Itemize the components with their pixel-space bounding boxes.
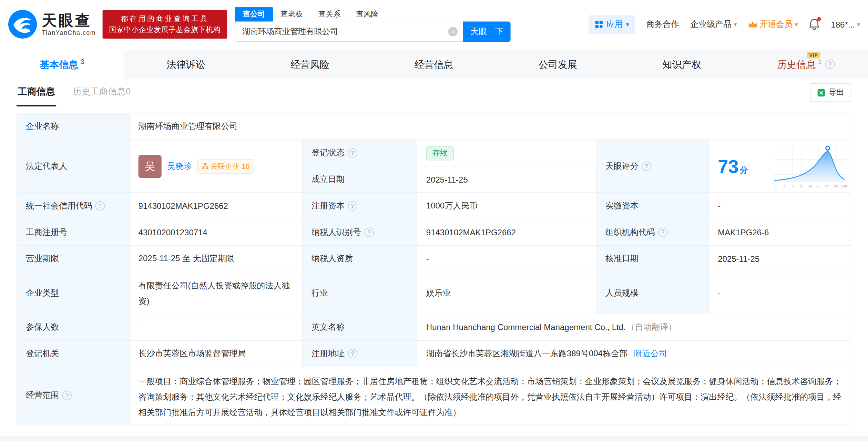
- subtab-business-info[interactable]: 工商信息: [17, 79, 56, 106]
- chevron-down-icon: ▾: [734, 21, 737, 28]
- chevron-down-icon: ▾: [857, 21, 860, 28]
- score-curve-chart: 0 1 3 15 50 85 97 99 100: [773, 144, 848, 188]
- business-info-table: 企业名称 湖南环场商业管理有限公司 法定代表人 吴 吴晓珍 关联企业 16 登记…: [17, 113, 851, 424]
- tab-development[interactable]: 公司发展: [496, 50, 620, 79]
- apps-grid-icon: [595, 20, 603, 28]
- taxpayer-id-label: 纳税人识别号 ?: [303, 219, 417, 246]
- search-area: 查公司 查老板 查关系 查风险 × 天眼一下: [235, 7, 511, 42]
- reg-address-value: 湖南省长沙市芙蓉区湘湖街道八一东路389号004栋全部 附近公司: [417, 341, 851, 367]
- tab-basic-info[interactable]: 基本信息 3: [0, 50, 124, 79]
- logo[interactable]: 天眼查 TianYanCha.com: [8, 9, 96, 39]
- tab-operation-risk[interactable]: 经营风险: [248, 50, 372, 79]
- help-icon[interactable]: ?: [348, 349, 357, 358]
- svg-text:85: 85: [816, 184, 820, 188]
- brand-domain: TianYanCha.com: [42, 29, 96, 36]
- search-tab-boss[interactable]: 查老板: [273, 7, 311, 21]
- company-name-value: 湖南环场商业管理有限公司: [130, 114, 851, 140]
- search-tab-relation[interactable]: 查关系: [310, 7, 348, 21]
- business-term-label: 营业期限: [17, 246, 130, 273]
- page: 天眼查 TianYanCha.com 都在用的商业查询工具 国家中小企业发展子基…: [0, 0, 868, 441]
- legal-rep-name-link[interactable]: 吴晓珍: [167, 161, 192, 171]
- promo-line2: 国家中小企业发展子基金旗下机构: [109, 24, 221, 35]
- taxpayer-qualification-value: -: [417, 246, 596, 273]
- help-icon[interactable]: ?: [62, 391, 72, 400]
- help-icon[interactable]: ?: [348, 201, 357, 211]
- user-account[interactable]: 186*... ▾: [831, 20, 860, 29]
- apps-label: 应用: [606, 19, 623, 29]
- paid-capital-label: 实缴资本: [596, 193, 709, 219]
- help-icon[interactable]: ?: [95, 201, 105, 211]
- approval-date-label: 核准日期: [596, 246, 709, 273]
- tab-operation-info-label: 经营信息: [415, 58, 453, 71]
- business-term-value: 2025-11-25 至 无固定期限: [130, 246, 303, 273]
- svg-text:15: 15: [799, 184, 803, 188]
- reg-status-label: 登记状态 ?: [303, 140, 417, 166]
- credit-code-value: 91430102MAK1PG2662: [130, 193, 303, 219]
- score-label: 天眼评分 ?: [596, 140, 709, 193]
- tab-intellectual-property[interactable]: 知识产权: [620, 50, 744, 79]
- english-name-value: Hunan Huanchang Commercial Management Co…: [417, 314, 851, 341]
- staff-size-value: -: [709, 272, 851, 314]
- paid-capital-value: -: [709, 193, 851, 219]
- legal-rep-avatar[interactable]: 吴: [139, 155, 162, 178]
- search-input[interactable]: [235, 21, 463, 42]
- english-name-label: 英文名称: [303, 314, 417, 341]
- org-chart-icon: [202, 163, 208, 170]
- legal-rep-label: 法定代表人: [17, 140, 130, 193]
- search-tab-company[interactable]: 查公司: [235, 7, 273, 21]
- status-badge: 存续: [426, 146, 454, 160]
- subtab-row: 工商信息 历史工商信息0 导出: [0, 79, 868, 106]
- tab-history[interactable]: VIP 历史信息 1 ?: [744, 50, 868, 79]
- search-tabs: 查公司 查老板 查关系 查风险: [235, 7, 511, 21]
- nav-cooperation[interactable]: 商务合作: [646, 19, 679, 29]
- insured-count-value: -: [130, 314, 303, 341]
- tab-intellectual-property-label: 知识产权: [663, 58, 701, 71]
- search-button[interactable]: 天眼一下: [463, 21, 511, 42]
- industry-label: 行业: [303, 272, 417, 314]
- staff-size-label: 人员规模: [596, 272, 709, 314]
- taxpayer-id-value: 91430102MAK1PG2662: [417, 219, 596, 246]
- notifications-bell[interactable]: [809, 18, 820, 30]
- nav-vip[interactable]: 开通会员 ▾: [748, 19, 798, 29]
- help-icon[interactable]: ?: [658, 228, 667, 237]
- brand-text: 天眼查 TianYanCha.com: [42, 13, 96, 36]
- approval-date-value: 2025-11-25: [709, 246, 851, 273]
- reg-authority-value: 长沙市芙蓉区市场监督管理局: [130, 341, 303, 367]
- reg-number-value: 430102001230714: [130, 219, 303, 246]
- company-name-label: 企业名称: [17, 114, 130, 140]
- tab-operation-info[interactable]: 经营信息: [372, 50, 496, 79]
- subtab-history-business-info[interactable]: 历史工商信息0: [72, 79, 132, 106]
- excel-icon: [817, 89, 825, 97]
- related-companies-badge[interactable]: 关联企业 16: [197, 159, 255, 174]
- search-box: × 天眼一下: [235, 21, 511, 42]
- header-nav: 应用 ▾ 商务合作 企业级产品 ▾ 开通会员 ▾: [589, 14, 860, 34]
- help-icon[interactable]: ?: [825, 60, 835, 69]
- reg-status-value: 存续: [417, 140, 596, 166]
- svg-text:3: 3: [792, 184, 794, 188]
- legal-rep-value: 吴 吴晓珍 关联企业 16: [130, 140, 303, 193]
- business-scope-value: 一般项目：商业综合体管理服务；物业管理；园区管理服务；非居住房地产租赁；组织文化…: [130, 367, 851, 424]
- search-tab-risk[interactable]: 查风险: [348, 7, 386, 21]
- establish-date-value: 2025-11-25: [417, 166, 596, 193]
- brand-name: 天眼查: [42, 13, 96, 29]
- nav-enterprise[interactable]: 企业级产品 ▾: [690, 19, 737, 29]
- nearby-companies-link[interactable]: 附近公司: [634, 348, 667, 359]
- related-companies-label: 关联企业: [211, 161, 239, 171]
- header: 天眼查 TianYanCha.com 都在用的商业查询工具 国家中小企业发展子基…: [0, 0, 868, 49]
- help-icon[interactable]: ?: [365, 228, 374, 237]
- help-icon[interactable]: ?: [348, 148, 357, 157]
- export-button[interactable]: 导出: [810, 83, 851, 102]
- tab-legal-label: 法律诉讼: [167, 58, 205, 71]
- notification-dot: [817, 17, 821, 21]
- svg-text:0: 0: [774, 184, 776, 188]
- tab-legal[interactable]: 法律诉讼: [124, 50, 248, 79]
- footer-strip: [0, 435, 868, 441]
- apps-menu[interactable]: 应用 ▾: [589, 14, 635, 34]
- svg-text:50: 50: [808, 184, 812, 188]
- org-code-label: 组织机构代码 ?: [596, 219, 709, 246]
- help-icon[interactable]: ?: [642, 162, 651, 171]
- promo-badge: 都在用的商业查询工具 国家中小企业发展子基金旗下机构: [102, 10, 227, 39]
- tab-development-label: 公司发展: [539, 58, 577, 71]
- tab-history-label: 历史信息: [777, 58, 816, 71]
- related-companies-count: 16: [242, 162, 249, 170]
